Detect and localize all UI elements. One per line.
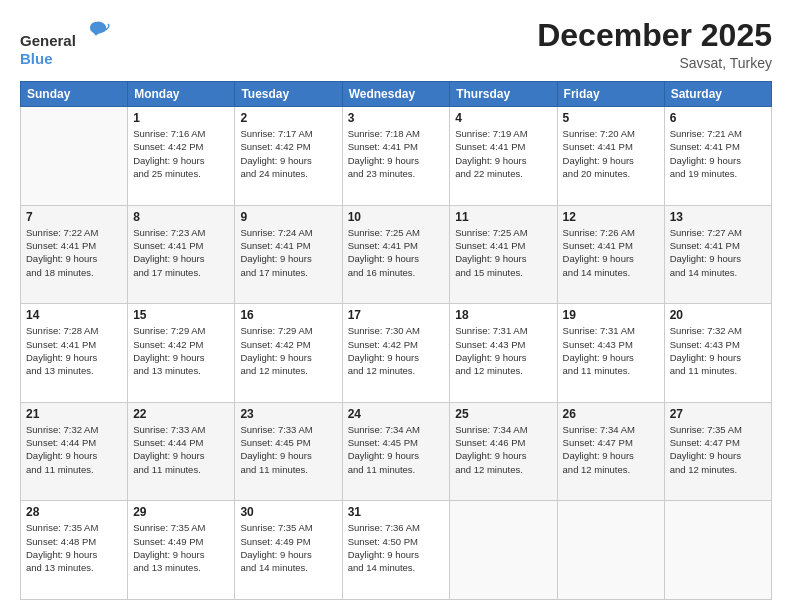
- day-info: Sunrise: 7:35 AMSunset: 4:47 PMDaylight:…: [670, 423, 766, 476]
- calendar-cell: 2Sunrise: 7:17 AMSunset: 4:42 PMDaylight…: [235, 107, 342, 206]
- day-info: Sunrise: 7:16 AMSunset: 4:42 PMDaylight:…: [133, 127, 229, 180]
- day-info: Sunrise: 7:35 AMSunset: 4:49 PMDaylight:…: [133, 521, 229, 574]
- day-number: 21: [26, 407, 122, 421]
- day-info: Sunrise: 7:35 AMSunset: 4:49 PMDaylight:…: [240, 521, 336, 574]
- day-number: 16: [240, 308, 336, 322]
- calendar-cell: 26Sunrise: 7:34 AMSunset: 4:47 PMDayligh…: [557, 402, 664, 501]
- day-number: 10: [348, 210, 445, 224]
- day-info: Sunrise: 7:34 AMSunset: 4:46 PMDaylight:…: [455, 423, 551, 476]
- month-title: December 2025: [537, 18, 772, 53]
- logo-blue: Blue: [20, 50, 53, 67]
- calendar-cell: 6Sunrise: 7:21 AMSunset: 4:41 PMDaylight…: [664, 107, 771, 206]
- weekday-header: Wednesday: [342, 82, 450, 107]
- calendar-cell: 13Sunrise: 7:27 AMSunset: 4:41 PMDayligh…: [664, 205, 771, 304]
- day-number: 26: [563, 407, 659, 421]
- day-number: 28: [26, 505, 122, 519]
- logo-general: General: [20, 32, 76, 49]
- weekday-header: Tuesday: [235, 82, 342, 107]
- day-info: Sunrise: 7:31 AMSunset: 4:43 PMDaylight:…: [455, 324, 551, 377]
- calendar-cell: 8Sunrise: 7:23 AMSunset: 4:41 PMDaylight…: [128, 205, 235, 304]
- calendar-cell: 12Sunrise: 7:26 AMSunset: 4:41 PMDayligh…: [557, 205, 664, 304]
- calendar-cell: 28Sunrise: 7:35 AMSunset: 4:48 PMDayligh…: [21, 501, 128, 600]
- day-info: Sunrise: 7:34 AMSunset: 4:45 PMDaylight:…: [348, 423, 445, 476]
- calendar-cell: [664, 501, 771, 600]
- calendar-week-row: 1Sunrise: 7:16 AMSunset: 4:42 PMDaylight…: [21, 107, 772, 206]
- weekday-header: Saturday: [664, 82, 771, 107]
- calendar-cell: 20Sunrise: 7:32 AMSunset: 4:43 PMDayligh…: [664, 304, 771, 403]
- logo-bird-icon: [82, 18, 110, 46]
- day-number: 1: [133, 111, 229, 125]
- day-info: Sunrise: 7:33 AMSunset: 4:45 PMDaylight:…: [240, 423, 336, 476]
- day-info: Sunrise: 7:26 AMSunset: 4:41 PMDaylight:…: [563, 226, 659, 279]
- day-info: Sunrise: 7:29 AMSunset: 4:42 PMDaylight:…: [240, 324, 336, 377]
- day-number: 25: [455, 407, 551, 421]
- calendar-cell: 11Sunrise: 7:25 AMSunset: 4:41 PMDayligh…: [450, 205, 557, 304]
- title-area: December 2025 Savsat, Turkey: [537, 18, 772, 71]
- calendar-cell: 4Sunrise: 7:19 AMSunset: 4:41 PMDaylight…: [450, 107, 557, 206]
- day-info: Sunrise: 7:23 AMSunset: 4:41 PMDaylight:…: [133, 226, 229, 279]
- day-number: 17: [348, 308, 445, 322]
- calendar-cell: [557, 501, 664, 600]
- day-info: Sunrise: 7:25 AMSunset: 4:41 PMDaylight:…: [348, 226, 445, 279]
- day-number: 23: [240, 407, 336, 421]
- calendar-cell: 24Sunrise: 7:34 AMSunset: 4:45 PMDayligh…: [342, 402, 450, 501]
- day-info: Sunrise: 7:24 AMSunset: 4:41 PMDaylight:…: [240, 226, 336, 279]
- day-number: 8: [133, 210, 229, 224]
- day-number: 15: [133, 308, 229, 322]
- page: General Blue December 2025 Savsat, Turke…: [0, 0, 792, 612]
- day-info: Sunrise: 7:32 AMSunset: 4:44 PMDaylight:…: [26, 423, 122, 476]
- calendar-cell: 19Sunrise: 7:31 AMSunset: 4:43 PMDayligh…: [557, 304, 664, 403]
- day-number: 24: [348, 407, 445, 421]
- day-info: Sunrise: 7:33 AMSunset: 4:44 PMDaylight:…: [133, 423, 229, 476]
- calendar-week-row: 7Sunrise: 7:22 AMSunset: 4:41 PMDaylight…: [21, 205, 772, 304]
- day-info: Sunrise: 7:35 AMSunset: 4:48 PMDaylight:…: [26, 521, 122, 574]
- day-number: 29: [133, 505, 229, 519]
- day-info: Sunrise: 7:31 AMSunset: 4:43 PMDaylight:…: [563, 324, 659, 377]
- calendar-table: SundayMondayTuesdayWednesdayThursdayFrid…: [20, 81, 772, 600]
- day-info: Sunrise: 7:22 AMSunset: 4:41 PMDaylight:…: [26, 226, 122, 279]
- day-info: Sunrise: 7:18 AMSunset: 4:41 PMDaylight:…: [348, 127, 445, 180]
- logo: General Blue: [20, 18, 110, 68]
- calendar-cell: 14Sunrise: 7:28 AMSunset: 4:41 PMDayligh…: [21, 304, 128, 403]
- day-number: 4: [455, 111, 551, 125]
- day-info: Sunrise: 7:27 AMSunset: 4:41 PMDaylight:…: [670, 226, 766, 279]
- calendar-cell: 5Sunrise: 7:20 AMSunset: 4:41 PMDaylight…: [557, 107, 664, 206]
- calendar-cell: 15Sunrise: 7:29 AMSunset: 4:42 PMDayligh…: [128, 304, 235, 403]
- calendar-header: SundayMondayTuesdayWednesdayThursdayFrid…: [21, 82, 772, 107]
- day-number: 2: [240, 111, 336, 125]
- calendar-cell: [21, 107, 128, 206]
- logo-text: General: [20, 18, 110, 50]
- calendar-week-row: 21Sunrise: 7:32 AMSunset: 4:44 PMDayligh…: [21, 402, 772, 501]
- calendar-cell: 7Sunrise: 7:22 AMSunset: 4:41 PMDaylight…: [21, 205, 128, 304]
- calendar-body: 1Sunrise: 7:16 AMSunset: 4:42 PMDaylight…: [21, 107, 772, 600]
- day-number: 14: [26, 308, 122, 322]
- day-number: 5: [563, 111, 659, 125]
- day-number: 19: [563, 308, 659, 322]
- day-info: Sunrise: 7:32 AMSunset: 4:43 PMDaylight:…: [670, 324, 766, 377]
- calendar-cell: [450, 501, 557, 600]
- calendar-cell: 27Sunrise: 7:35 AMSunset: 4:47 PMDayligh…: [664, 402, 771, 501]
- day-info: Sunrise: 7:21 AMSunset: 4:41 PMDaylight:…: [670, 127, 766, 180]
- calendar-cell: 31Sunrise: 7:36 AMSunset: 4:50 PMDayligh…: [342, 501, 450, 600]
- day-number: 13: [670, 210, 766, 224]
- day-number: 9: [240, 210, 336, 224]
- day-info: Sunrise: 7:25 AMSunset: 4:41 PMDaylight:…: [455, 226, 551, 279]
- header: General Blue December 2025 Savsat, Turke…: [20, 18, 772, 71]
- calendar-cell: 10Sunrise: 7:25 AMSunset: 4:41 PMDayligh…: [342, 205, 450, 304]
- calendar-week-row: 14Sunrise: 7:28 AMSunset: 4:41 PMDayligh…: [21, 304, 772, 403]
- calendar-cell: 25Sunrise: 7:34 AMSunset: 4:46 PMDayligh…: [450, 402, 557, 501]
- day-number: 30: [240, 505, 336, 519]
- day-number: 6: [670, 111, 766, 125]
- day-info: Sunrise: 7:34 AMSunset: 4:47 PMDaylight:…: [563, 423, 659, 476]
- weekday-header: Sunday: [21, 82, 128, 107]
- calendar-cell: 18Sunrise: 7:31 AMSunset: 4:43 PMDayligh…: [450, 304, 557, 403]
- calendar-cell: 9Sunrise: 7:24 AMSunset: 4:41 PMDaylight…: [235, 205, 342, 304]
- day-info: Sunrise: 7:20 AMSunset: 4:41 PMDaylight:…: [563, 127, 659, 180]
- day-number: 18: [455, 308, 551, 322]
- day-number: 22: [133, 407, 229, 421]
- day-info: Sunrise: 7:19 AMSunset: 4:41 PMDaylight:…: [455, 127, 551, 180]
- day-number: 12: [563, 210, 659, 224]
- day-info: Sunrise: 7:17 AMSunset: 4:42 PMDaylight:…: [240, 127, 336, 180]
- calendar-cell: 22Sunrise: 7:33 AMSunset: 4:44 PMDayligh…: [128, 402, 235, 501]
- day-number: 7: [26, 210, 122, 224]
